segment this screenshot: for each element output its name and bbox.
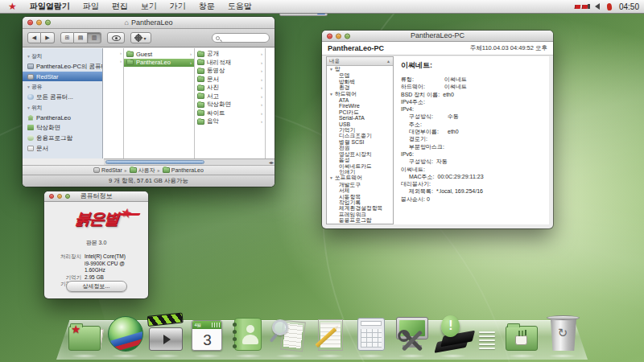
path-item-users[interactable]: 사용자 xyxy=(130,167,155,175)
calculator-dock-icon[interactable] xyxy=(353,315,390,352)
action-button[interactable]: ▾ xyxy=(130,32,151,43)
tree-row[interactable]: ▼방화벽 xyxy=(327,79,393,84)
problem-reporter-dock-icon[interactable]: ! xyxy=(434,315,471,352)
zoom-button[interactable] xyxy=(65,194,70,199)
sidebar-item[interactable]: 문서 xyxy=(23,143,102,154)
sidebar-item[interactable]: 장치 xyxy=(23,51,102,61)
tree-row[interactable]: ▼인쇄기 xyxy=(327,169,393,175)
tree-row[interactable]: ▼ATA xyxy=(327,97,393,103)
tree-header[interactable]: 내용▲ xyxy=(327,57,393,66)
menu-item[interactable]: 창문 xyxy=(192,0,221,13)
column-item[interactable]: Guest› xyxy=(124,50,194,59)
preview-dock-icon[interactable] xyxy=(270,315,308,352)
menu-item[interactable]: 가기 xyxy=(163,0,192,13)
column-item[interactable]: 탁상화면› xyxy=(195,101,265,109)
system-tools-dock-icon[interactable] xyxy=(394,315,431,352)
sidebar-item[interactable]: 응용프로그람 xyxy=(23,133,102,143)
more-info-button[interactable]: 상세정보... xyxy=(66,281,127,292)
file-manager-dock-icon[interactable]: ★ xyxy=(66,315,103,352)
zoom-button[interactable] xyxy=(45,20,51,26)
sidebar-item[interactable]: PantheraLeo xyxy=(23,113,102,122)
column-item[interactable]: 사진› xyxy=(195,84,265,93)
tree-row[interactable]: ▼프레임워크 xyxy=(327,212,393,217)
column-item[interactable]: 싸이트› xyxy=(195,109,265,118)
icon-view-button[interactable]: ⊞ xyxy=(60,32,74,43)
tree-row[interactable]: ▼디스크조종기 xyxy=(327,133,393,138)
tree-row[interactable]: ▼응용프로그람 xyxy=(327,217,393,223)
tree-row[interactable]: ▼FireWire xyxy=(327,103,393,109)
flags-tray-icon[interactable] xyxy=(575,5,588,9)
disclosure-triangle-icon[interactable]: ▼ xyxy=(329,175,333,180)
sidebar-item[interactable]: PantheraLeo-PC의 콤퓨터 xyxy=(23,61,102,72)
list-view-button[interactable]: ▤ xyxy=(74,32,88,43)
video-player-dock-icon[interactable] xyxy=(148,315,185,352)
tree-row[interactable]: ▼망 xyxy=(327,66,393,72)
disclosure-triangle-icon[interactable]: ▼ xyxy=(329,67,333,72)
tree-row[interactable]: ▼음성 xyxy=(327,157,393,162)
back-button[interactable]: ◀ xyxy=(27,32,41,43)
tree-row[interactable]: ▼체계환경설정항목 xyxy=(327,205,393,211)
trash-dock-icon[interactable]: ↻ xyxy=(544,315,581,352)
about-titlebar[interactable]: 콤퓨터정보 xyxy=(44,191,148,202)
close-button[interactable] xyxy=(27,20,33,26)
path-item-disk[interactable]: RedStar xyxy=(93,167,122,173)
tree-row[interactable]: ▼USB xyxy=(327,121,393,127)
tree-row[interactable]: ▼영상표시장치 xyxy=(327,151,393,157)
menu-item[interactable]: 편집 xyxy=(105,0,134,13)
column-item[interactable]: 공개› xyxy=(195,50,265,59)
sidebar-item[interactable]: 모든 콤퓨터... xyxy=(23,92,102,102)
column-view-button[interactable]: ▥ xyxy=(88,32,101,43)
sidebar-item[interactable]: 탁상화면 xyxy=(23,122,102,133)
tree-row[interactable]: ▼모뎀 xyxy=(327,72,393,78)
volume-tray-icon[interactable] xyxy=(595,3,600,10)
calendar-dock-icon[interactable]: 4월 3 xyxy=(188,315,225,352)
column-item[interactable]: 문서› xyxy=(195,76,265,84)
web-browser-dock-icon[interactable] xyxy=(107,315,144,352)
tree-row[interactable]: ▼환경 xyxy=(327,84,393,90)
sidebar-item[interactable]: 위치 xyxy=(23,102,102,113)
column-item[interactable]: 음악› xyxy=(195,117,265,126)
tree-row[interactable]: ▼기억기 xyxy=(327,127,393,133)
column-item[interactable]: 내리적재› xyxy=(195,59,265,68)
horizontal-scrollbar[interactable]: ◂▸ xyxy=(104,158,275,165)
search-field[interactable] xyxy=(212,33,270,43)
tree-row[interactable]: ▼PCI카드 xyxy=(327,109,393,115)
path-item-home[interactable]: PantheraLeo xyxy=(163,167,204,173)
torch-tray-icon[interactable] xyxy=(607,2,613,10)
menu-item[interactable]: 파일 xyxy=(76,0,105,13)
close-button[interactable] xyxy=(327,33,332,39)
finder-titlebar[interactable]: ⌂PantheraLeo xyxy=(23,17,275,29)
sidebar-item[interactable]: RedStar xyxy=(23,72,102,81)
minimize-button[interactable] xyxy=(57,194,62,199)
scrollbar-thumb[interactable] xyxy=(105,160,204,164)
tree-row[interactable]: ▼시동항목 xyxy=(327,194,393,200)
sidebar-item[interactable]: 공유 xyxy=(23,81,102,92)
tree-row[interactable]: ▼개발도구 xyxy=(327,182,393,187)
tree-row[interactable]: ▼Serial-ATA xyxy=(327,115,393,121)
red-star-menu-icon[interactable]: ★ xyxy=(8,0,17,13)
search-input[interactable] xyxy=(222,35,266,41)
utilities-folder-dock-icon[interactable] xyxy=(503,315,540,352)
column-item[interactable]: 서고› xyxy=(195,93,265,101)
menu-item[interactable]: 보기 xyxy=(134,0,163,13)
address-book-dock-icon[interactable] xyxy=(229,315,266,352)
tree-row[interactable]: ▼전원 xyxy=(327,145,393,150)
tree-row[interactable]: ▼병렬 SCSI xyxy=(327,139,393,145)
zoom-button[interactable] xyxy=(345,33,350,39)
minimize-button[interactable] xyxy=(336,33,341,39)
tree-row[interactable]: ▼쏘프트웨어 xyxy=(327,175,393,181)
minimize-button[interactable] xyxy=(36,20,42,26)
tree-row[interactable]: ▼서체 xyxy=(327,187,393,193)
close-button[interactable] xyxy=(49,194,54,199)
tree-row[interactable]: ▼작업기록 xyxy=(327,200,393,205)
disclosure-triangle-icon[interactable]: ▼ xyxy=(329,92,333,97)
menu-clock[interactable]: 04:50 xyxy=(619,2,639,11)
tree-row[interactable]: ▼이쎠네트카드 xyxy=(327,163,393,169)
tree-row[interactable]: ▼하드웨어 xyxy=(327,91,393,97)
menu-item[interactable]: 파일열람기 xyxy=(23,0,76,13)
menu-item[interactable]: 도움말 xyxy=(221,0,258,13)
forward-button[interactable]: ▶ xyxy=(41,32,55,43)
text-editor-dock-icon[interactable] xyxy=(312,315,349,352)
quicklook-button[interactable] xyxy=(107,32,125,43)
column-item[interactable]: 동영상› xyxy=(195,67,265,76)
